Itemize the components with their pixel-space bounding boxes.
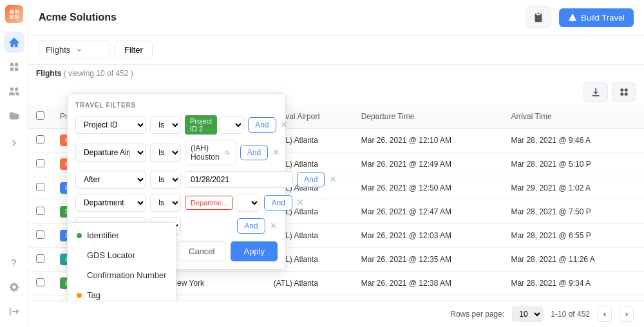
filter-date-3[interactable]	[185, 171, 293, 188]
build-travel-button[interactable]: Build Travel	[559, 8, 634, 27]
pagination-range: 1-10 of 452	[551, 310, 590, 319]
filter-and-5[interactable]: And	[237, 218, 265, 234]
apply-button[interactable]: Apply	[231, 241, 278, 261]
filter-dropdown-menu: IdentifierGDS LocatorConfirmation Number…	[67, 222, 176, 301]
filter-remove-5[interactable]: ×	[269, 221, 278, 231]
viewing-count: ( viewing 10 of 452 )	[64, 69, 133, 78]
copy-icon-button[interactable]	[526, 6, 551, 28]
filter-value-tag-1: Project ID 2	[185, 115, 217, 135]
arr-airport: (ATL) Atlanta	[266, 272, 354, 295]
download-button[interactable]	[583, 82, 608, 102]
row-checkbox[interactable]	[36, 159, 44, 167]
content-area: Flights ( viewing 10 of 452 ) Project ID…	[28, 65, 644, 301]
flights-select[interactable]: Flights	[39, 41, 109, 59]
dep-time: Mar 26, 2021 @ 12:35 AM	[354, 248, 504, 272]
sidebar-item-dashboard[interactable]	[4, 57, 24, 77]
flights-info: Flights ( viewing 10 of 452 )	[28, 65, 644, 78]
filter-field-3[interactable]: After	[75, 171, 146, 189]
dropdown-item[interactable]: Tag	[68, 285, 176, 301]
dep-time: Mar 26, 2021 @ 12:50 AM	[354, 176, 504, 200]
row-checkbox[interactable]	[36, 254, 44, 263]
filter-remove-2[interactable]: ×	[272, 147, 280, 158]
dep-time: Mar 26, 2021 @ 12:49 AM	[354, 153, 504, 176]
help-icon: ?	[11, 257, 17, 268]
filter-row-3: After Is And ×	[75, 171, 278, 189]
row-checkbox[interactable]	[36, 135, 44, 144]
sidebar-item-help[interactable]: ?	[4, 252, 24, 273]
arr-time: Mar 28, 2021 @ 6:55 P	[503, 224, 644, 248]
svg-rect-1	[15, 10, 19, 14]
filter-field-1[interactable]: Project ID	[75, 116, 146, 134]
grid-view-button[interactable]	[612, 82, 636, 102]
filter-dept-tag-4: Departme...	[185, 196, 233, 210]
select-all-checkbox[interactable]	[36, 111, 44, 120]
toolbar: Flights Filter	[28, 35, 644, 65]
filter-remove-1[interactable]: ×	[280, 120, 289, 130]
dropdown-item[interactable]: Confirmation Number	[68, 265, 176, 285]
filter-field-2[interactable]: Departure Airport	[75, 144, 146, 162]
filter-op-3[interactable]: Is	[150, 171, 181, 189]
filter-section-title: TRAVEL FILTERS	[75, 102, 278, 109]
filter-and-1[interactable]: And	[248, 117, 276, 133]
filter-row-4: Department Is Departme... And ×	[75, 194, 278, 212]
app-logo	[5, 5, 23, 23]
filter-row-2: Departure Airport Is (IAH) Houston And ×	[75, 140, 278, 165]
arr-time: Mar 28, 2021 @ 7:50 P	[503, 200, 644, 224]
filter-value-select-4[interactable]	[236, 194, 260, 212]
arr-time: Mar 28, 2021 @ 5:10 P	[503, 153, 644, 176]
filter-and-2[interactable]: And	[240, 145, 268, 160]
rows-per-page-select[interactable]: 10 25 50	[512, 306, 543, 322]
sidebar-item-logout[interactable]	[4, 301, 24, 322]
dropdown-item[interactable]: Identifier	[68, 225, 176, 245]
filter-remove-3[interactable]: ×	[328, 174, 337, 185]
next-page-button[interactable]: ›	[620, 306, 634, 322]
dep-time: Mar 26, 2021 @ 12:03 AM	[354, 224, 504, 248]
sidebar-item-home[interactable]	[4, 32, 24, 53]
dropdown-item-label: GDS Locator	[87, 250, 135, 260]
filter-search-2: (IAH) Houston	[185, 140, 236, 165]
dot-green	[77, 233, 82, 238]
prev-page-button[interactable]: ‹	[598, 306, 612, 322]
dep-time: Mar 26, 2021 @ 12:10 AM	[354, 129, 504, 153]
arr-time: Mar 28, 2021 @ 9:46 A	[503, 129, 644, 153]
cancel-button[interactable]: Cancel	[178, 241, 225, 261]
col-arrival-time: Arrival Time	[503, 105, 644, 129]
row-checkbox[interactable]	[36, 183, 44, 191]
col-departure-time: Departure Time	[354, 105, 504, 129]
sidebar-collapse-btn[interactable]	[4, 133, 24, 153]
filter-op-1[interactable]: Is	[150, 116, 181, 134]
filter-op-2[interactable]: Is	[150, 144, 181, 162]
sidebar-item-settings[interactable]	[4, 277, 24, 297]
arr-time: Mar 28, 2021 @ 7:26 P	[503, 295, 644, 301]
filter-and-3[interactable]: And	[297, 172, 325, 187]
sidebar-item-people[interactable]	[4, 81, 24, 102]
dep-time: Mar 26, 2021 @ 12:15 AM	[354, 295, 504, 301]
sidebar-item-folder[interactable]	[4, 106, 24, 126]
filter-op-4[interactable]: Is	[150, 194, 181, 212]
row-checkbox[interactable]	[36, 207, 44, 215]
filter-button[interactable]: Filter	[115, 41, 153, 59]
sidebar: ?	[0, 0, 28, 327]
row-checkbox[interactable]	[36, 278, 44, 286]
filter-value-select-1[interactable]	[220, 116, 244, 134]
arr-time: Mar 28, 2021 @ 9:34 A	[503, 272, 644, 295]
dot-orange	[77, 293, 82, 298]
flights-select-label: Flights	[46, 45, 70, 55]
svg-rect-0	[10, 10, 14, 14]
top-header: Acme Solutions Build Travel	[28, 0, 644, 35]
rows-per-page-label: Rows per page:	[450, 310, 504, 319]
filter-and-4[interactable]: And	[264, 195, 292, 210]
row-checkbox[interactable]	[36, 230, 44, 239]
dropdown-item[interactable]: GDS Locator	[68, 245, 176, 265]
dep-time: Mar 26, 2021 @ 12:47 AM	[354, 200, 504, 224]
pagination: Rows per page: 10 25 50 1-10 of 452 ‹ ›	[28, 301, 644, 327]
arr-airport: (ATL) Atlanta	[266, 295, 354, 301]
filter-field-4[interactable]: Department	[75, 194, 146, 212]
arr-time: Mar 28, 2021 @ 11:26 A	[503, 248, 644, 272]
filter-remove-4[interactable]: ×	[296, 198, 305, 208]
main-content: Acme Solutions Build Travel Flights Filt…	[28, 0, 644, 327]
app-title: Acme Solutions	[39, 12, 518, 23]
build-travel-label: Build Travel	[581, 13, 625, 23]
dropdown-item-label: Tag	[87, 290, 100, 300]
arr-time: Mar 29, 2021 @ 1:02 A	[503, 176, 644, 200]
